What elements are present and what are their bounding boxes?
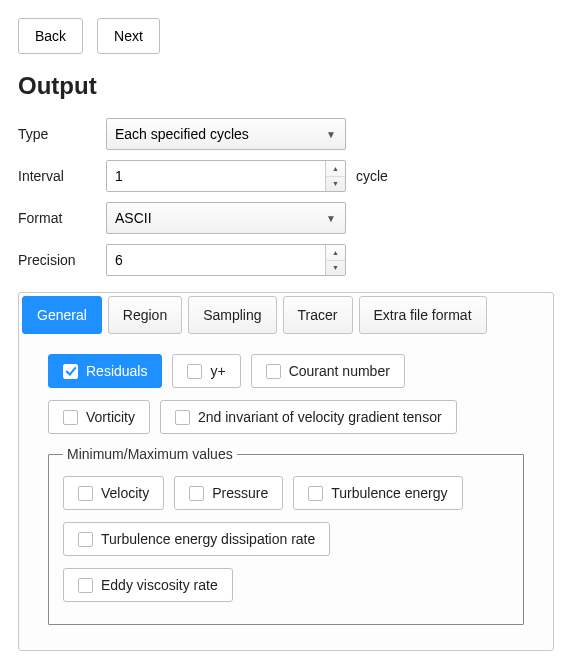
format-label: Format [18, 210, 106, 226]
check-label: 2nd invariant of velocity gradient tenso… [198, 409, 442, 425]
interval-input[interactable] [107, 161, 325, 191]
check-label: Turbulence energy dissipation rate [101, 531, 315, 547]
output-tab-panel: General Region Sampling Tracer Extra fil… [18, 292, 554, 651]
check-residuals[interactable]: Residuals [48, 354, 162, 388]
type-select[interactable]: Each specified cycles [106, 118, 346, 150]
check-label: Residuals [86, 363, 147, 379]
type-label: Type [18, 126, 106, 142]
checkbox-icon [63, 364, 78, 379]
interval-unit: cycle [346, 168, 554, 184]
interval-label: Interval [18, 168, 106, 184]
precision-step-up[interactable]: ▲ [326, 245, 345, 261]
check-label: Eddy viscosity rate [101, 577, 218, 593]
check-label: Turbulence energy [331, 485, 447, 501]
next-button[interactable]: Next [97, 18, 160, 54]
tab-region[interactable]: Region [108, 296, 182, 334]
check-label: Courant number [289, 363, 390, 379]
check-eddy-viscosity-rate[interactable]: Eddy viscosity rate [63, 568, 233, 602]
checkbox-icon [187, 364, 202, 379]
check-courant-number[interactable]: Courant number [251, 354, 405, 388]
checkbox-icon [266, 364, 281, 379]
precision-step-down[interactable]: ▼ [326, 261, 345, 276]
format-select[interactable]: ASCII [106, 202, 346, 234]
check-label: y+ [210, 363, 225, 379]
checkbox-icon [175, 410, 190, 425]
tab-extra-file-format[interactable]: Extra file format [359, 296, 487, 334]
check-vorticity[interactable]: Vorticity [48, 400, 150, 434]
page-title: Output [18, 72, 554, 100]
checkbox-icon [78, 578, 93, 593]
interval-step-down[interactable]: ▼ [326, 177, 345, 192]
checkbox-icon [308, 486, 323, 501]
check-pressure[interactable]: Pressure [174, 476, 283, 510]
checkbox-icon [189, 486, 204, 501]
check-velocity[interactable]: Velocity [63, 476, 164, 510]
check-yplus[interactable]: y+ [172, 354, 240, 388]
tab-sampling[interactable]: Sampling [188, 296, 276, 334]
precision-input[interactable] [107, 245, 325, 275]
precision-label: Precision [18, 252, 106, 268]
check-turbulence-energy[interactable]: Turbulence energy [293, 476, 462, 510]
checkbox-icon [78, 486, 93, 501]
check-second-invariant[interactable]: 2nd invariant of velocity gradient tenso… [160, 400, 457, 434]
checkbox-icon [63, 410, 78, 425]
check-turbulence-dissipation-rate[interactable]: Turbulence energy dissipation rate [63, 522, 330, 556]
minmax-fieldset: Minimum/Maximum values Velocity Pressure… [48, 446, 524, 625]
check-label: Pressure [212, 485, 268, 501]
check-label: Velocity [101, 485, 149, 501]
tab-general[interactable]: General [22, 296, 102, 334]
back-button[interactable]: Back [18, 18, 83, 54]
checkbox-icon [78, 532, 93, 547]
tab-tracer[interactable]: Tracer [283, 296, 353, 334]
interval-step-up[interactable]: ▲ [326, 161, 345, 177]
check-label: Vorticity [86, 409, 135, 425]
minmax-legend: Minimum/Maximum values [63, 446, 237, 462]
